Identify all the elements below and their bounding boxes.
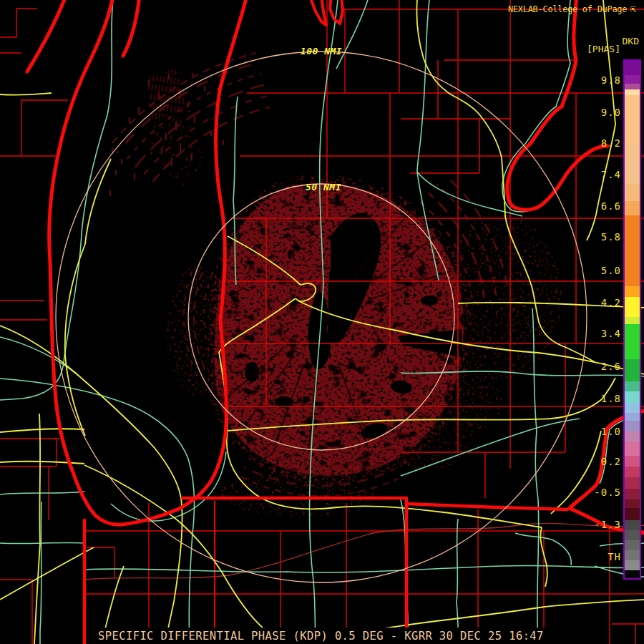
radar-screen: 100 NMI50 NMI NEXLAB-College of DuPage ⇱… [0,0,644,644]
colorbar-segment [625,215,640,286]
radar-map[interactable] [0,0,644,644]
colorbar-segment [625,201,640,215]
colorbar-segment [625,431,640,441]
colorbar-segment [625,286,640,297]
colorbar-segment [625,413,640,421]
product-units-label: [PHAS] [587,44,620,54]
colorbar-segment [625,89,640,95]
colorbar-segment [625,477,640,489]
colorbar-segment [625,467,640,477]
colorbar-segment [625,520,640,530]
colorbar-segment [625,540,640,550]
colorbar-segment [625,499,640,508]
cod-logo-icon: ⇱ [630,3,636,14]
colorbar-segment [625,530,640,540]
colorbar-segment [625,84,640,89]
colorbar-segment [625,381,640,391]
colorbar-segment [625,550,640,560]
colorbar-segment [625,297,640,317]
colorbar-segment [625,75,640,84]
colorbar-segment [625,61,640,75]
status-bar: SPECIFIC DIFFERENTIAL PHASE (KDP) 0.5 DE… [94,628,547,644]
colorbar-segment [625,144,640,184]
colorbar-segment [625,570,640,578]
colorbar-segment [625,324,640,359]
colorbar-segments [625,61,640,578]
river-line [84,523,644,580]
colorbar-segment [625,560,640,570]
colorbar-segment [625,421,640,431]
colorbar-segment [625,489,640,499]
colorbar-segment [625,95,640,144]
colorbar-segment [625,441,640,456]
colorbar [623,59,641,580]
header-brand: NEXLAB-College of DuPage [508,4,627,14]
colorbar-segment [625,184,640,201]
colorbar-segment [625,403,640,413]
colorbar-segment [625,508,640,520]
colorbar-segment [625,456,640,467]
product-code-label: DKD [623,36,639,47]
colorbar-segment [625,359,640,381]
colorbar-segment [625,391,640,403]
colorbar-segment [625,317,640,324]
